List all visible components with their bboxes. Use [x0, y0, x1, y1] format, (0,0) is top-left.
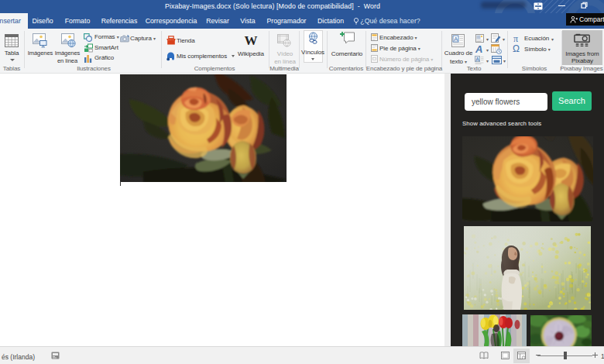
- svg-text:A: A: [454, 36, 458, 43]
- svg-text:A: A: [475, 57, 479, 62]
